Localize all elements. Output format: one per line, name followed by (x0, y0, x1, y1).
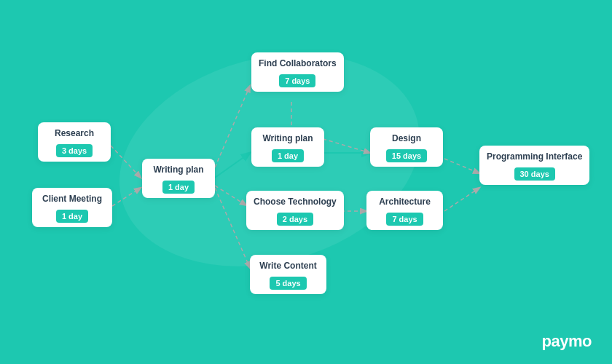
node-design-title: Design (377, 133, 436, 145)
node-write-content: Write Content 5 days (250, 255, 326, 294)
node-find-collaborators-title: Find Collaborators (259, 58, 337, 70)
node-programming-interface: Programming Interface 30 days (479, 146, 589, 185)
node-research-badge: 3 days (56, 144, 93, 157)
node-writing-plan-center: Writing plan 1 day (251, 127, 324, 167)
svg-line-4 (215, 186, 246, 205)
node-research-title: Research (45, 128, 103, 140)
node-programming-interface-title: Programming Interface (487, 151, 582, 163)
node-research: Research 3 days (38, 122, 111, 162)
node-writing-plan-left-title: Writing plan (149, 165, 208, 176)
node-writing-plan-left: Writing plan 1 day (142, 159, 215, 198)
svg-line-11 (444, 188, 479, 211)
node-find-collaborators-badge: 7 days (279, 74, 315, 87)
node-find-collaborators: Find Collaborators 7 days (251, 52, 344, 92)
node-architecture: Architecture 7 days (366, 191, 443, 230)
node-client-meeting: Client Meeting 1 day (32, 188, 112, 227)
node-client-meeting-badge: 1 day (56, 210, 88, 223)
svg-line-0 (111, 146, 141, 178)
node-write-content-badge: 5 days (270, 277, 306, 290)
node-programming-interface-badge: 30 days (514, 167, 555, 181)
node-architecture-badge: 7 days (386, 213, 423, 226)
node-choose-technology-title: Choose Technology (254, 197, 337, 208)
node-client-meeting-title: Client Meeting (39, 194, 105, 205)
node-write-content-title: Write Content (257, 261, 319, 272)
svg-line-2 (215, 86, 250, 167)
svg-line-5 (215, 188, 250, 268)
node-writing-plan-center-title: Writing plan (259, 133, 317, 145)
brand-logo: paymo (542, 332, 592, 351)
node-writing-plan-center-badge: 1 day (272, 149, 304, 162)
node-writing-plan-left-badge: 1 day (162, 181, 195, 194)
node-architecture-title: Architecture (374, 197, 436, 208)
node-choose-technology-badge: 2 days (277, 213, 313, 226)
svg-line-10 (444, 159, 479, 173)
node-design: Design 15 days (370, 127, 443, 167)
node-design-badge: 15 days (386, 149, 427, 162)
svg-line-3 (215, 153, 250, 178)
svg-line-1 (112, 188, 141, 206)
node-choose-technology: Choose Technology 2 days (246, 191, 344, 230)
